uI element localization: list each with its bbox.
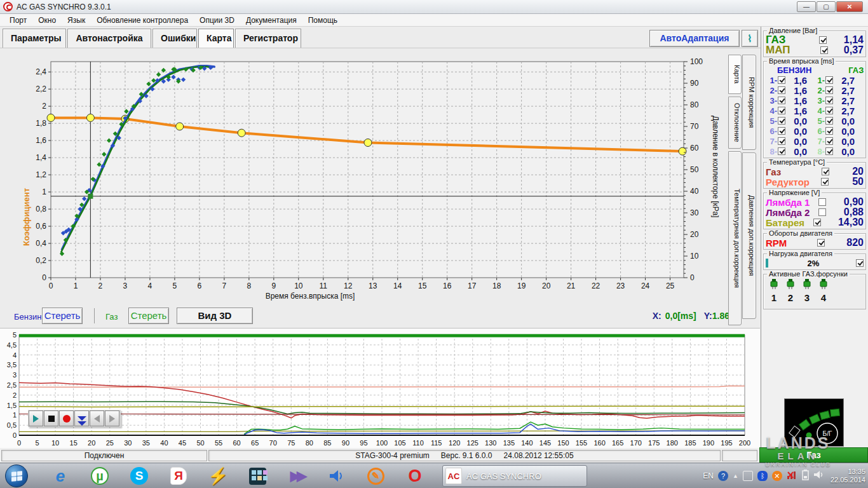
graphics-editor-icon[interactable]: ✎ — [365, 465, 386, 487]
tab-recorder[interactable]: Регистратор — [235, 29, 301, 48]
bluetooth-icon[interactable]: ᛒ — [757, 471, 768, 481]
alert-tray-icon[interactable]: ✕ — [772, 471, 782, 481]
injection-row: 3-1,63-2,7 — [766, 95, 864, 105]
gaz-5-checkbox[interactable] — [825, 117, 833, 125]
marker-button[interactable] — [74, 410, 89, 426]
svg-text:2: 2 — [13, 391, 17, 399]
tab-map[interactable]: Карта — [198, 29, 234, 48]
side-tab-deviation[interactable]: Отклонение — [728, 97, 742, 149]
recorder-chart[interactable]: 00,511,522,533,544,550510152025303540455… — [0, 330, 760, 447]
menu-window[interactable]: Окно — [32, 15, 62, 26]
gaz-2-checkbox[interactable] — [825, 86, 833, 94]
menu-help[interactable]: Помощь — [302, 15, 343, 26]
clear-gaz-button[interactable]: Стереть — [128, 308, 169, 324]
minimize-button[interactable]: — — [797, 1, 816, 12]
lambda1-checkbox[interactable] — [818, 198, 826, 206]
tab-errors[interactable]: Ошибки — [153, 29, 197, 48]
opera-icon[interactable]: O — [404, 465, 426, 487]
side-tab-rpm-correction[interactable]: RPM коррекция — [742, 55, 756, 150]
lambda2-checkbox[interactable] — [818, 208, 826, 216]
battery-checkbox[interactable] — [813, 219, 821, 226]
gaz-pressure-checkbox[interactable] — [819, 36, 827, 44]
help-tray-icon[interactable]: ? — [718, 471, 728, 481]
map-point-marker[interactable] — [679, 147, 686, 155]
network-icon[interactable] — [787, 470, 797, 482]
stop-button[interactable] — [44, 410, 58, 426]
clear-benzin-button[interactable]: Стереть — [42, 308, 83, 324]
map-point-marker[interactable] — [364, 139, 372, 147]
tab-autotune[interactable]: Автонастройка — [67, 29, 151, 48]
close-button[interactable]: ✕ — [836, 1, 863, 12]
svg-text:90: 90 — [690, 79, 699, 88]
svg-text:2,2: 2,2 — [36, 85, 46, 93]
volume-mixer-icon[interactable] — [325, 465, 347, 487]
gaz-3-checkbox[interactable] — [825, 97, 833, 104]
utorrent-icon[interactable]: µ — [89, 465, 111, 487]
map-pressure-checkbox[interactable] — [820, 46, 828, 54]
svg-text:80: 80 — [690, 100, 699, 109]
skype-icon[interactable]: S — [128, 465, 150, 487]
ac-gas-synchro-taskbar-button[interactable]: AC AC GAS SYNCHRO — [442, 465, 587, 487]
menu-controller-update[interactable]: Обновление контроллера — [91, 15, 194, 26]
injector-tool-button[interactable]: ⌇ — [742, 30, 758, 47]
svg-text:0: 0 — [690, 273, 695, 282]
rpm-checkbox[interactable] — [817, 239, 825, 247]
gaz-temp-checkbox[interactable] — [822, 168, 829, 175]
svg-text:3: 3 — [13, 371, 17, 379]
menu-options-3d[interactable]: Опции 3D — [194, 15, 240, 26]
start-button[interactable] — [5, 464, 28, 487]
benzin-3-checkbox[interactable] — [778, 97, 785, 104]
language-indicator[interactable]: EN — [703, 471, 714, 480]
svg-text:2,5: 2,5 — [7, 381, 17, 389]
gaz-6-checkbox[interactable] — [825, 127, 833, 135]
winamp-icon[interactable]: ⚡ — [207, 465, 229, 487]
menu-documentation[interactable]: Документация — [240, 15, 302, 26]
map-point-marker[interactable] — [47, 114, 55, 121]
side-tab-map[interactable]: Карта — [728, 55, 742, 94]
view-3d-button[interactable]: Вид 3D — [177, 308, 253, 324]
side-tab-temp-correction[interactable]: Температурная доп.коррекция — [728, 151, 742, 325]
benzin-1-checkbox[interactable] — [778, 76, 785, 84]
benzin-2-checkbox[interactable] — [778, 86, 785, 94]
internet-explorer-icon[interactable]: e — [50, 465, 71, 487]
reducer-temp-checkbox[interactable] — [821, 178, 829, 186]
benzin-8-checkbox[interactable] — [778, 147, 785, 155]
benzin-7-checkbox[interactable] — [778, 137, 785, 145]
battery-icon[interactable] — [802, 470, 809, 483]
speaker-icon[interactable] — [813, 470, 824, 482]
level-segment — [799, 419, 810, 430]
step-back-button[interactable] — [90, 410, 104, 426]
map-point-marker[interactable] — [86, 114, 94, 121]
map-point-marker[interactable] — [238, 129, 245, 137]
step-forward-button[interactable] — [105, 410, 119, 426]
gaz-7-checkbox[interactable] — [825, 137, 833, 145]
gaz-4-checkbox[interactable] — [825, 107, 833, 114]
level-segment — [820, 410, 830, 419]
map-chart[interactable]: 0123456789101112131415161718192021222324… — [18, 55, 749, 305]
benzin-6-checkbox[interactable] — [778, 127, 785, 135]
menu-port[interactable]: Порт — [4, 15, 32, 26]
record-button[interactable] — [59, 410, 74, 426]
benzin-4-checkbox[interactable] — [778, 107, 785, 114]
play-button[interactable] — [29, 410, 43, 426]
menu-language[interactable]: Язык — [62, 15, 91, 26]
gaz-8-checkbox[interactable] — [825, 147, 833, 155]
yandex-browser-icon[interactable]: Я — [168, 465, 189, 487]
gaz-1-checkbox[interactable] — [825, 76, 833, 84]
restore-button[interactable]: ▢ — [817, 1, 836, 12]
autoadaptation-button[interactable]: АвтоАдаптация — [649, 30, 740, 47]
side-tab-pressure-correction[interactable]: Давления доп.коррекция — [742, 152, 756, 319]
benzin-5-checkbox[interactable] — [778, 117, 785, 125]
gas-mode-bar[interactable]: Газ — [759, 447, 868, 463]
kmplayer-icon[interactable]: ▶▶ — [286, 465, 308, 487]
tray-clock[interactable]: 13:35 22.05.2014 — [831, 468, 865, 484]
gas-injector-icon — [766, 278, 782, 292]
window-tray-icon[interactable] — [743, 471, 753, 481]
map-point-marker[interactable] — [176, 123, 184, 130]
svg-text:20: 20 — [690, 230, 699, 239]
right-axis-title: Давление в коллекторе [кРа] — [711, 116, 720, 217]
media-player-icon[interactable] — [247, 465, 268, 487]
tab-parameters[interactable]: Параметры — [3, 29, 66, 48]
load-checkbox[interactable] — [856, 259, 864, 267]
tray-expand-icon[interactable]: ▲ — [733, 473, 738, 479]
